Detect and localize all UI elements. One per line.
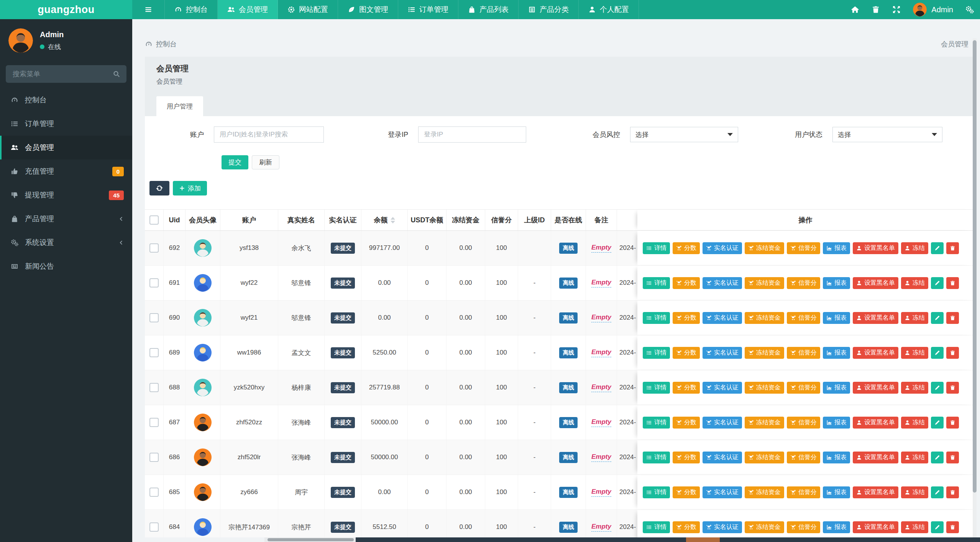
- scrollbar-thumb[interactable]: [268, 538, 354, 541]
- blacklist-button[interactable]: 设置黑名单: [853, 382, 898, 394]
- credit-button[interactable]: 信誉分: [787, 312, 820, 324]
- edit-button[interactable]: [931, 382, 944, 394]
- remark-editable[interactable]: Empty: [591, 279, 611, 287]
- edit-button[interactable]: [931, 452, 944, 463]
- detail-button[interactable]: 详情: [643, 347, 670, 359]
- credit-button[interactable]: 信誉分: [787, 382, 820, 394]
- credit-button[interactable]: 信誉分: [787, 486, 820, 498]
- detail-button[interactable]: 详情: [643, 277, 670, 289]
- submit-button[interactable]: 提交: [222, 155, 248, 169]
- freeze-funds-button[interactable]: 冻结资金: [745, 277, 784, 289]
- credit-button[interactable]: 信誉分: [787, 521, 820, 533]
- score-button[interactable]: 分数: [673, 382, 700, 394]
- home-icon[interactable]: [851, 5, 859, 14]
- nav-item-5[interactable]: 产品列表: [458, 0, 519, 19]
- nav-item-3[interactable]: 图文管理: [338, 0, 398, 19]
- freeze-button[interactable]: 冻结: [901, 521, 928, 533]
- account-search-input[interactable]: [214, 126, 324, 143]
- delete-button[interactable]: [946, 277, 959, 289]
- report-button[interactable]: 报表: [823, 486, 850, 498]
- delete-button[interactable]: [946, 452, 959, 463]
- score-button[interactable]: 分数: [673, 486, 700, 498]
- detail-button[interactable]: 详情: [643, 312, 670, 324]
- edit-button[interactable]: [931, 347, 944, 359]
- freeze-button[interactable]: 冻结: [901, 417, 928, 429]
- verify-button[interactable]: 实名认证: [703, 242, 742, 254]
- edit-button[interactable]: [931, 312, 944, 324]
- remark-editable[interactable]: Empty: [591, 523, 611, 532]
- edit-button[interactable]: [931, 486, 944, 498]
- detail-button[interactable]: 详情: [643, 452, 670, 463]
- detail-button[interactable]: 详情: [643, 242, 670, 254]
- row-checkbox[interactable]: [149, 453, 159, 462]
- detail-button[interactable]: 详情: [643, 486, 670, 498]
- row-checkbox[interactable]: [149, 348, 159, 357]
- freeze-button[interactable]: 冻结: [901, 382, 928, 394]
- nav-item-0[interactable]: 控制台: [165, 0, 218, 19]
- remark-editable[interactable]: Empty: [591, 314, 611, 322]
- freeze-button[interactable]: 冻结: [901, 452, 928, 463]
- detail-button[interactable]: 详情: [643, 521, 670, 533]
- sort-icon[interactable]: [391, 217, 395, 223]
- sidebar-item-2[interactable]: 会员管理: [0, 136, 132, 159]
- tab-user-management[interactable]: 用户管理: [156, 96, 203, 116]
- delete-button[interactable]: [946, 347, 959, 359]
- reload-table-button[interactable]: [149, 181, 169, 195]
- report-button[interactable]: 报表: [823, 382, 850, 394]
- remark-editable[interactable]: Empty: [591, 244, 611, 253]
- report-button[interactable]: 报表: [823, 242, 850, 254]
- report-button[interactable]: 报表: [823, 347, 850, 359]
- user-menu[interactable]: Admin: [913, 3, 953, 16]
- refresh-button[interactable]: 刷新: [252, 155, 279, 169]
- search-icon[interactable]: [113, 70, 120, 78]
- remark-editable[interactable]: Empty: [591, 488, 611, 497]
- delete-button[interactable]: [946, 242, 959, 254]
- delete-button[interactable]: [946, 382, 959, 394]
- blacklist-button[interactable]: 设置黑名单: [853, 417, 898, 429]
- user-status-select[interactable]: 选择: [832, 127, 942, 142]
- freeze-button[interactable]: 冻结: [901, 312, 928, 324]
- sidebar-item-3[interactable]: 充值管理0: [0, 159, 132, 183]
- sidebar-item-1[interactable]: 订单管理: [0, 112, 132, 136]
- score-button[interactable]: 分数: [673, 312, 700, 324]
- row-checkbox[interactable]: [149, 418, 159, 427]
- nav-item-2[interactable]: 网站配置: [278, 0, 338, 19]
- remark-editable[interactable]: Empty: [591, 453, 611, 462]
- verify-button[interactable]: 实名认证: [703, 382, 742, 394]
- sidebar-item-4[interactable]: 提现管理45: [0, 183, 132, 207]
- sidebar-toggle-button[interactable]: [132, 0, 165, 19]
- row-checkbox[interactable]: [149, 278, 159, 287]
- nav-item-4[interactable]: 订单管理: [398, 0, 458, 19]
- verify-button[interactable]: 实名认证: [703, 417, 742, 429]
- blacklist-button[interactable]: 设置黑名单: [853, 242, 898, 254]
- login-ip-input[interactable]: [418, 126, 526, 143]
- trash-icon[interactable]: [872, 5, 880, 14]
- credit-button[interactable]: 信誉分: [787, 452, 820, 463]
- sidebar-item-0[interactable]: 控制台: [0, 88, 132, 112]
- freeze-button[interactable]: 冻结: [901, 486, 928, 498]
- verify-button[interactable]: 实名认证: [703, 486, 742, 498]
- select-all-checkbox[interactable]: [149, 215, 159, 225]
- blacklist-button[interactable]: 设置黑名单: [853, 486, 898, 498]
- vertical-scrollbar[interactable]: [973, 38, 977, 542]
- delete-button[interactable]: [946, 521, 959, 533]
- score-button[interactable]: 分数: [673, 277, 700, 289]
- freeze-funds-button[interactable]: 冻结资金: [745, 452, 784, 463]
- blacklist-button[interactable]: 设置黑名单: [853, 347, 898, 359]
- sidebar-item-6[interactable]: 系统设置: [0, 231, 132, 255]
- freeze-button[interactable]: 冻结: [901, 277, 928, 289]
- add-member-button[interactable]: 添加: [173, 181, 207, 195]
- sidebar-item-7[interactable]: 新闻公告: [0, 255, 132, 278]
- row-checkbox[interactable]: [149, 522, 159, 532]
- verify-button[interactable]: 实名认证: [703, 452, 742, 463]
- credit-button[interactable]: 信誉分: [787, 277, 820, 289]
- freeze-funds-button[interactable]: 冻结资金: [745, 312, 784, 324]
- edit-button[interactable]: [931, 242, 944, 254]
- freeze-button[interactable]: 冻结: [901, 347, 928, 359]
- credit-button[interactable]: 信誉分: [787, 242, 820, 254]
- report-button[interactable]: 报表: [823, 277, 850, 289]
- detail-button[interactable]: 详情: [643, 382, 670, 394]
- remark-editable[interactable]: Empty: [591, 348, 611, 357]
- sidebar-item-5[interactable]: 产品管理: [0, 207, 132, 231]
- freeze-button[interactable]: 冻结: [901, 242, 928, 254]
